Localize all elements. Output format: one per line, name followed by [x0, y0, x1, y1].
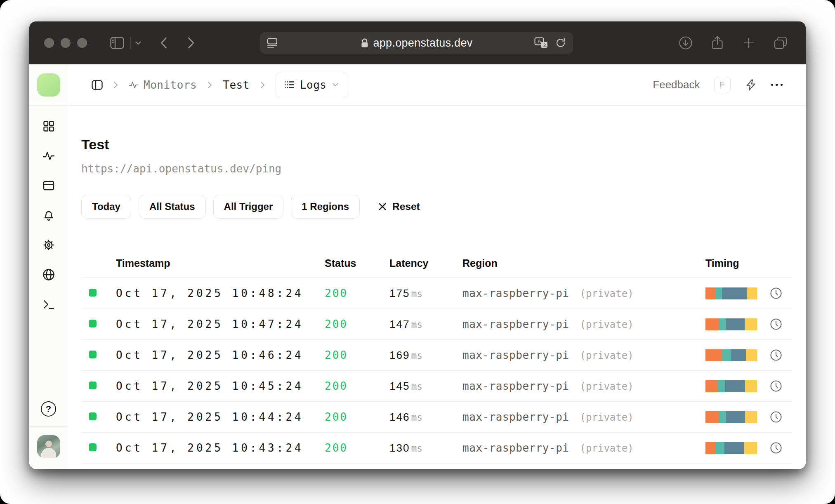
log-region: max-raspberry-pi (private) [462, 287, 705, 299]
view-selector[interactable]: Logs [276, 72, 349, 98]
sidebar-item-settings[interactable] [29, 230, 68, 260]
filter-period-button[interactable]: Today [81, 195, 131, 219]
log-timing [705, 380, 792, 392]
log-rows: Oct 17, 2025 10:48:24 200 175 ms max-ras… [81, 278, 792, 464]
browser-icon [43, 181, 54, 191]
timing-segment [745, 318, 757, 330]
help-icon[interactable]: ? [41, 401, 56, 417]
log-row[interactable]: Oct 17, 2025 10:45:24 200 145 ms max-ras… [81, 371, 792, 402]
more-options-button[interactable] [771, 84, 783, 86]
status-ok-dot [89, 382, 97, 389]
translate-icon[interactable]: A文 [534, 37, 548, 49]
log-region: max-raspberry-pi (private) [462, 318, 705, 330]
log-latency: 145 ms [389, 380, 462, 393]
sidebar-item-monitors[interactable] [29, 141, 68, 171]
log-status: 200 [325, 318, 389, 330]
sidebar-item-regions[interactable] [29, 260, 68, 290]
log-timing [705, 349, 792, 361]
timing-segment [744, 442, 757, 454]
fullscreen-window-button[interactable] [77, 38, 87, 48]
clock-icon[interactable] [770, 287, 782, 299]
log-latency: 175 ms [389, 287, 462, 300]
panel-toggle-icon[interactable] [92, 80, 103, 90]
log-row[interactable]: Oct 17, 2025 10:48:24 200 175 ms max-ras… [81, 278, 792, 309]
filter-regions-button[interactable]: 1 Regions [291, 195, 360, 219]
address-bar[interactable]: app.openstatus.dev A文 [260, 32, 573, 54]
filter-status-button[interactable]: All Status [139, 195, 206, 219]
sidebar-item-notifications[interactable] [29, 200, 68, 230]
region-visibility: (private) [580, 381, 634, 392]
timing-segment [705, 349, 722, 361]
reader-icon[interactable] [267, 38, 278, 49]
sidebar-item-cli[interactable] [29, 290, 68, 319]
tab-overview-icon[interactable] [774, 36, 788, 50]
breadcrumb-test[interactable]: Test [223, 79, 250, 91]
latency-unit: ms [411, 288, 422, 299]
close-window-button[interactable] [44, 38, 54, 48]
workspace-logo[interactable] [37, 73, 60, 97]
log-status: 200 [325, 349, 389, 361]
timing-segment [705, 380, 717, 392]
log-latency: 146 ms [389, 411, 462, 424]
forward-icon[interactable] [187, 37, 195, 49]
log-status: 200 [325, 287, 389, 299]
log-latency: 130 ms [389, 442, 462, 455]
latency-unit: ms [411, 381, 422, 392]
log-timing [705, 442, 792, 454]
command-bolt-icon[interactable] [745, 79, 757, 91]
logs-table: Timestamp Status Latency Region Timing O… [81, 249, 792, 464]
clock-icon[interactable] [770, 442, 782, 454]
status-ok-dot [89, 443, 97, 451]
svg-text:A: A [538, 38, 541, 45]
clock-icon[interactable] [770, 349, 782, 361]
region-visibility: (private) [580, 412, 634, 423]
close-icon [378, 202, 387, 211]
view-label: Logs [300, 79, 327, 91]
reload-icon[interactable] [555, 37, 566, 49]
sidebar-item-dashboard[interactable] [29, 111, 68, 141]
browser-sidebar-toggle-icon[interactable] [110, 37, 124, 49]
timing-segment [715, 442, 725, 454]
log-row[interactable]: Oct 17, 2025 10:44:24 200 146 ms max-ras… [81, 402, 792, 433]
column-timing: Timing [705, 257, 792, 269]
traffic-lights [44, 38, 87, 48]
activity-icon [42, 151, 55, 161]
log-region: max-raspberry-pi (private) [462, 349, 705, 361]
log-row[interactable]: Oct 17, 2025 10:46:24 200 169 ms max-ras… [81, 340, 792, 371]
downloads-icon[interactable] [679, 36, 693, 50]
log-timing [705, 411, 792, 423]
terminal-icon [43, 299, 54, 310]
log-row[interactable]: Oct 17, 2025 10:43:24 200 130 ms max-ras… [81, 433, 792, 464]
timing-segment [726, 411, 745, 423]
log-timestamp: Oct 17, 2025 10:46:24 [116, 349, 325, 361]
breadcrumb: Monitors Test Logs [92, 72, 348, 98]
share-icon[interactable] [711, 35, 724, 50]
log-timing [705, 287, 792, 299]
globe-icon [42, 268, 55, 281]
status-ok-dot [89, 351, 97, 358]
status-ok-dot [89, 289, 97, 297]
back-icon[interactable] [160, 37, 167, 49]
screenshot-background: app.openstatus.dev A文 [0, 0, 835, 504]
monitor-logs-page: Test https://api.openstatus.dev/ping Tod… [68, 106, 806, 469]
filter-trigger-button[interactable]: All Trigger [213, 195, 284, 219]
reset-filters-button[interactable]: Reset [378, 201, 420, 212]
minimize-window-button[interactable] [61, 38, 71, 48]
clock-icon[interactable] [770, 318, 782, 330]
timing-segment [705, 411, 718, 423]
log-row[interactable]: Oct 17, 2025 10:47:24 200 147 ms max-ras… [81, 309, 792, 340]
sidebar-item-status-pages[interactable] [29, 171, 68, 200]
log-status: 200 [325, 411, 389, 423]
breadcrumb-monitors[interactable]: Monitors [129, 79, 197, 91]
sidebar-chevron-down-icon[interactable] [135, 41, 142, 45]
timing-segment [745, 380, 757, 392]
column-region: Region [462, 257, 705, 269]
user-avatar[interactable] [37, 435, 60, 458]
new-tab-icon[interactable] [742, 36, 755, 49]
clock-icon[interactable] [770, 411, 782, 423]
app-sidebar: ? [29, 64, 68, 469]
timing-segment [725, 380, 745, 392]
status-ok-dot [89, 412, 97, 420]
feedback-button[interactable]: Feedback [653, 78, 700, 91]
clock-icon[interactable] [770, 380, 782, 392]
